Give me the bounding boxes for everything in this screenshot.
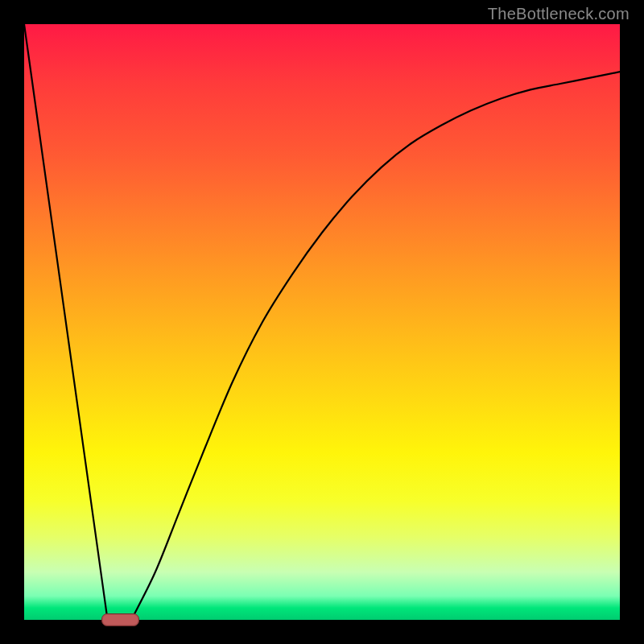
plot-area xyxy=(24,24,620,620)
optimum-marker xyxy=(101,613,138,626)
curve-svg xyxy=(24,24,620,620)
watermark-text: TheBottleneck.com xyxy=(488,5,630,23)
curve-left-branch xyxy=(24,24,108,620)
chart-container: TheBottleneck.com xyxy=(0,0,644,644)
curve-right-branch xyxy=(131,72,620,620)
